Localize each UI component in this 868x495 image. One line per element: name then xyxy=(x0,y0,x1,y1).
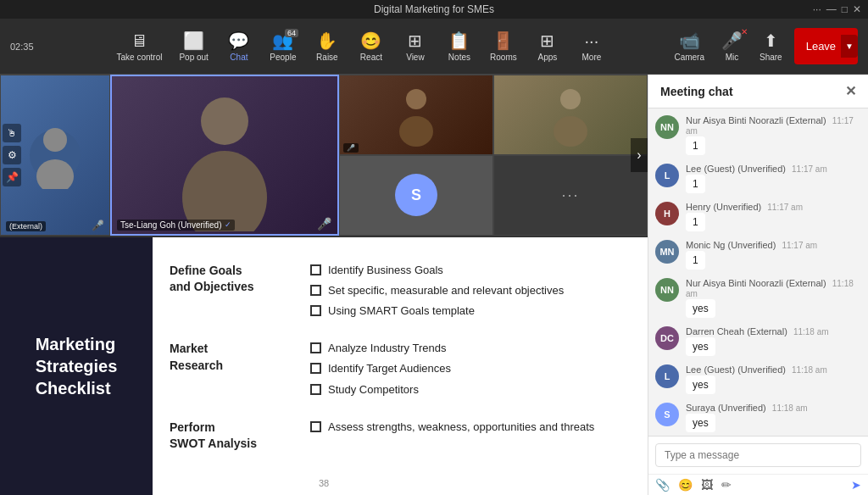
chat-header: Meeting chat ✕ xyxy=(648,75,868,108)
take-control-button[interactable]: 🖥 Take control xyxy=(110,28,170,65)
slide-title: MarketingStrategiesChecklist xyxy=(36,333,118,399)
section-1-items: Identify Business Goals Set specific, me… xyxy=(310,263,631,325)
chat-button[interactable]: 💬 Chat xyxy=(219,27,259,65)
leave-button[interactable]: Leave ▼ xyxy=(794,28,858,64)
chat-input[interactable] xyxy=(655,443,861,467)
chat-msg-text-3: 1 xyxy=(686,213,705,231)
rooms-icon: 🚪 xyxy=(492,31,514,51)
slide-section-2: MarketResearch Analyze Industry Trends I… xyxy=(170,341,631,403)
svg-point-4 xyxy=(406,89,426,109)
toolbar-right: 📹 Camera 🎤 Mic ✕ ⬆ Share Leave ▼ xyxy=(669,27,858,65)
view-button[interactable]: ⊞ View xyxy=(395,27,436,65)
chat-avatar-dc: DC xyxy=(655,326,679,350)
slide-item: Set specific, measurable and relevant ob… xyxy=(310,283,631,298)
chat-message-3: H Henry (Unverified) 11:17 am 1 xyxy=(655,202,861,231)
more-label: More xyxy=(582,53,602,62)
people-label: People xyxy=(270,53,296,62)
main-content: (External) 🎤 🖱 ⚙ 📌 xyxy=(0,75,868,495)
slide-item: Analyze Industry Trends xyxy=(310,341,631,356)
participant-1-mic-off: 🎤 xyxy=(92,220,104,231)
video-participant-1[interactable]: (External) 🎤 🖱 ⚙ 📌 xyxy=(0,75,110,236)
video-strip: (External) 🎤 🖱 ⚙ 📌 xyxy=(0,75,648,237)
share-button[interactable]: ⬆ Share xyxy=(754,27,787,65)
slide-item: Identify Target Audiences xyxy=(310,361,631,376)
mic-label: Mic xyxy=(726,53,739,62)
checkbox-icon xyxy=(310,421,321,432)
chat-msg-text-1: 1 xyxy=(686,136,705,155)
chat-msg-content-2: Lee (Guest) (Unverified) 11:17 am 1 xyxy=(686,164,861,193)
chat-msg-text-8: yes xyxy=(686,414,715,432)
pop-out-button[interactable]: ⬜ Pop out xyxy=(172,27,214,65)
chat-message-1: NN Nur Aisya Binti Noorazli (External) 1… xyxy=(655,115,861,155)
chat-msg-text-4: 1 xyxy=(686,251,705,270)
control-btn-3[interactable]: 📌 xyxy=(3,168,21,186)
maximize-icon[interactable]: □ xyxy=(842,3,848,15)
item-text: Study Competitors xyxy=(328,382,419,398)
window-controls: ··· — □ ✕ xyxy=(813,3,861,15)
chevron-right-button[interactable]: › xyxy=(631,138,648,172)
send-icon[interactable]: ➤ xyxy=(851,478,861,492)
emoji-icon[interactable]: 😊 xyxy=(678,478,693,492)
chat-msg-time-4: 11:17 am xyxy=(782,241,817,250)
video-participant-5[interactable]: S xyxy=(339,155,493,236)
video-more[interactable]: ··· xyxy=(493,155,648,236)
more-icon: ··· xyxy=(585,31,599,51)
mic-icon: 🎤 xyxy=(721,31,743,51)
chat-title: Meeting chat xyxy=(660,85,733,98)
svg-point-0 xyxy=(43,128,67,152)
image-icon[interactable]: 🖼 xyxy=(701,478,713,492)
camera-button[interactable]: 📹 Camera xyxy=(669,27,709,65)
svg-point-7 xyxy=(554,116,587,147)
main-speaker-bg xyxy=(112,76,337,234)
chat-msg-name-5: Nur Aisya Binti Noorazli (External) 11:1… xyxy=(686,278,861,298)
top-row: 🎤 xyxy=(339,75,648,155)
slide-page-number: 38 xyxy=(319,478,329,488)
react-button[interactable]: 😊 React xyxy=(351,27,392,65)
leave-chevron[interactable]: ▼ xyxy=(841,35,858,58)
slide-item: Assess strengths, weakness, opportunitie… xyxy=(310,420,631,435)
item-text: Identify Business Goals xyxy=(328,263,443,278)
chat-close-button[interactable]: ✕ xyxy=(845,83,856,99)
chat-msg-text-2: 1 xyxy=(686,175,705,193)
raise-button[interactable]: ✋ Raise xyxy=(307,27,348,65)
item-text: Set specific, measurable and relevant ob… xyxy=(328,283,564,298)
rooms-button[interactable]: 🚪 Rooms xyxy=(483,27,524,65)
section-2-items: Analyze Industry Trends Identify Target … xyxy=(310,341,631,403)
chat-icon: 💬 xyxy=(228,31,249,51)
participant-1-name: (External) xyxy=(6,221,46,231)
chat-avatar-h: H xyxy=(655,202,679,225)
minimize-icon[interactable]: — xyxy=(826,3,837,15)
chat-msg-text-5: yes xyxy=(686,299,715,318)
apps-button[interactable]: ⊞ Apps xyxy=(527,27,568,65)
pop-out-icon: ⬜ xyxy=(183,31,204,51)
toolbar: 02:35 🖥 Take control ⬜ Pop out 💬 Chat 👥 … xyxy=(0,19,868,75)
control-btn-1[interactable]: 🖱 xyxy=(3,124,21,142)
participant-4-bg xyxy=(494,75,647,154)
video-participant-main[interactable]: Tse-Liang Goh (Unverified) ✓ xyxy=(110,75,339,236)
svg-point-6 xyxy=(560,89,581,109)
mic-button[interactable]: 🎤 Mic ✕ xyxy=(716,27,748,65)
close-icon[interactable]: ✕ xyxy=(853,3,861,15)
edit-icon[interactable]: ✏ xyxy=(721,478,732,492)
attach-icon[interactable]: 📎 xyxy=(655,478,670,492)
more-button[interactable]: ··· More xyxy=(571,28,612,65)
chat-message-6: DC Darren Cheah (External) 11:18 am yes xyxy=(655,326,861,356)
video-area: (External) 🎤 🖱 ⚙ 📌 xyxy=(0,75,648,495)
slide-item: Identify Business Goals xyxy=(310,263,631,278)
notes-button[interactable]: 📋 Notes xyxy=(439,27,480,65)
checkbox-icon xyxy=(310,384,321,395)
people-button[interactable]: 👥 People 64 xyxy=(263,27,303,65)
chat-msg-name-1: Nur Aisya Binti Noorazli (External) 11:1… xyxy=(686,115,861,136)
video-participant-4[interactable] xyxy=(493,75,648,155)
chat-msg-time-5: 11:18 am xyxy=(686,279,854,298)
apps-icon: ⊞ xyxy=(540,31,554,51)
chat-msg-name-3: Henry (Unverified) 11:17 am xyxy=(686,202,861,212)
item-text: Analyze Industry Trends xyxy=(328,341,446,356)
video-participant-3[interactable]: 🎤 xyxy=(339,75,493,155)
more-icon[interactable]: ··· xyxy=(813,3,821,15)
chat-message-4: MN Monic Ng (Unverified) 11:17 am 1 xyxy=(655,240,861,270)
bottom-row: S ··· xyxy=(339,155,648,236)
apps-label: Apps xyxy=(538,53,558,62)
control-btn-2[interactable]: ⚙ xyxy=(3,146,21,164)
title-bar: Digital Marketing for SMEs ··· — □ ✕ xyxy=(0,0,868,19)
